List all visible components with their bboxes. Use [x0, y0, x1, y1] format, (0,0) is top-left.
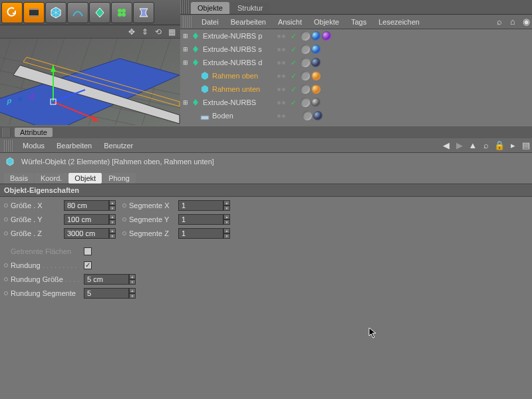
- tree-row[interactable]: ⊞Extrude-NURBS d✓: [180, 56, 532, 69]
- input-rounding-seg[interactable]: [84, 288, 129, 299]
- visibility-dots[interactable]: [273, 61, 289, 65]
- tree-row[interactable]: ⊞Extrude-NURBS s✓: [180, 43, 532, 56]
- grip-icon[interactable]: [3, 128, 11, 137]
- checkbox-rounding[interactable]: [84, 261, 92, 269]
- nav-up-icon[interactable]: ▲: [467, 140, 478, 151]
- input-rounding-size[interactable]: [84, 274, 129, 285]
- material-tag-icon[interactable]: [311, 71, 321, 80]
- tree-row[interactable]: ⊞Extrude-NURBS p✓: [180, 29, 532, 43]
- search-icon[interactable]: ⌕: [481, 140, 491, 151]
- expander-icon[interactable]: ⊞: [183, 99, 190, 106]
- tree-row[interactable]: Rahmen unten✓: [180, 82, 532, 96]
- grip-icon[interactable]: [180, 0, 190, 14]
- check-icon[interactable]: ✓: [291, 85, 297, 94]
- check-icon[interactable]: ✓: [291, 72, 297, 80]
- input-seg-z[interactable]: [178, 228, 223, 239]
- nav-prev-icon[interactable]: ◀: [441, 140, 452, 151]
- material-tag-icon[interactable]: [322, 31, 331, 41]
- object-name[interactable]: Rahmen oben: [212, 72, 258, 80]
- object-name[interactable]: Rahmen unten: [212, 85, 260, 93]
- menu-tags[interactable]: Tags: [346, 17, 372, 27]
- view-rotate-icon[interactable]: ⟲: [154, 27, 163, 37]
- phong-tag-icon[interactable]: [301, 31, 310, 41]
- view-layout-icon[interactable]: ▦: [167, 27, 176, 37]
- input-size-x[interactable]: [64, 200, 109, 211]
- tree-row[interactable]: Boden: [180, 109, 532, 122]
- phong-tag-icon[interactable]: [301, 71, 310, 80]
- visibility-dots[interactable]: [273, 114, 289, 118]
- menu-bearbeiten-attr[interactable]: Bearbeiten: [51, 140, 97, 151]
- menu-objekte[interactable]: Objekte: [309, 17, 344, 27]
- menu-ansicht[interactable]: Ansicht: [273, 17, 307, 27]
- spinner-seg-y[interactable]: ▲▼: [223, 214, 230, 225]
- menu-datei[interactable]: Datei: [196, 17, 224, 27]
- input-seg-x[interactable]: [178, 200, 223, 211]
- spinner-size-y[interactable]: ▲▼: [109, 214, 116, 225]
- check-icon[interactable]: ✓: [291, 45, 297, 54]
- spinner-size-z[interactable]: ▲▼: [109, 228, 116, 239]
- menu-lesezeichen[interactable]: Lesezeichen: [373, 17, 425, 27]
- visibility-dots[interactable]: [273, 74, 289, 78]
- input-size-y[interactable]: [64, 214, 109, 225]
- atab-objekt[interactable]: Objekt: [68, 173, 102, 184]
- visibility-dots[interactable]: [273, 48, 289, 51]
- input-seg-y[interactable]: [178, 214, 223, 225]
- tab-objekte[interactable]: Objekte: [191, 2, 229, 14]
- menu-bearbeiten[interactable]: Bearbeiten: [225, 17, 271, 27]
- grip-icon[interactable]: [4, 140, 13, 152]
- tool-cube-icon[interactable]: [45, 2, 66, 23]
- expander-icon[interactable]: ⊞: [183, 46, 190, 53]
- visibility-dots[interactable]: [273, 88, 289, 91]
- spinner-rounding-size[interactable]: ▲▼: [129, 274, 136, 285]
- atab-phong[interactable]: Phong: [102, 173, 136, 184]
- input-size-z[interactable]: [64, 228, 109, 239]
- phong-tag-icon[interactable]: [301, 45, 310, 54]
- spinner-rounding-seg[interactable]: ▲▼: [129, 288, 136, 299]
- eye-icon[interactable]: ◉: [521, 17, 531, 27]
- config-icon[interactable]: ▤: [521, 140, 531, 151]
- tab-struktur[interactable]: Struktur: [231, 2, 270, 14]
- material-tag-icon[interactable]: [311, 98, 321, 107]
- phong-tag-icon[interactable]: [301, 58, 310, 67]
- check-icon[interactable]: ✓: [291, 98, 297, 107]
- phong-tag-icon[interactable]: [303, 111, 312, 120]
- check-icon[interactable]: ✓: [291, 59, 297, 67]
- tool-undo[interactable]: [1, 2, 23, 23]
- phong-tag-icon[interactable]: [301, 98, 310, 107]
- new-icon[interactable]: ▸: [507, 140, 518, 151]
- tree-row[interactable]: Rahmen oben✓: [180, 69, 532, 82]
- view-move-icon[interactable]: ✥: [127, 27, 136, 37]
- phong-tag-icon[interactable]: [301, 84, 310, 94]
- tool-spline-icon[interactable]: [67, 2, 88, 23]
- spinner-seg-x[interactable]: ▲▼: [223, 200, 230, 211]
- object-name[interactable]: Boden: [212, 112, 233, 120]
- atab-koord[interactable]: Koord.: [35, 173, 68, 184]
- spinner-seg-z[interactable]: ▲▼: [223, 228, 230, 239]
- tool-film-icon[interactable]: [23, 2, 45, 23]
- object-name[interactable]: Extrude-NURBS p: [203, 32, 262, 40]
- object-tree[interactable]: ⊞Extrude-NURBS p✓⊞Extrude-NURBS s✓⊞Extru…: [180, 29, 532, 126]
- material-tag-icon[interactable]: [313, 111, 323, 120]
- check-icon[interactable]: ✓: [291, 32, 297, 41]
- 3d-viewport[interactable]: p s d: [0, 39, 180, 126]
- menu-benutzer[interactable]: Benutzer: [98, 140, 138, 151]
- expander-icon[interactable]: ⊞: [183, 59, 190, 66]
- home-icon[interactable]: ⌂: [507, 17, 518, 27]
- visibility-dots[interactable]: [273, 101, 289, 104]
- atab-basis[interactable]: Basis: [4, 173, 34, 184]
- spinner-size-x[interactable]: ▲▼: [109, 200, 116, 211]
- tool-array-icon[interactable]: [111, 2, 132, 23]
- lock-icon[interactable]: 🔒: [494, 140, 505, 151]
- grip-icon[interactable]: [183, 16, 192, 28]
- menu-modus[interactable]: Modus: [17, 140, 50, 151]
- material-tag-icon[interactable]: [311, 45, 321, 54]
- view-zoom-icon[interactable]: ⇕: [140, 27, 150, 37]
- material-tag-icon[interactable]: [311, 31, 321, 41]
- tool-nurbs-icon[interactable]: [89, 2, 110, 23]
- tree-row[interactable]: ⊞Extrude-NURBS✓: [180, 96, 532, 109]
- expander-icon[interactable]: ⊞: [183, 33, 190, 39]
- object-name[interactable]: Extrude-NURBS: [203, 98, 256, 106]
- material-tag-icon[interactable]: [311, 84, 321, 94]
- search-icon[interactable]: ⌕: [494, 17, 505, 27]
- nav-next-icon[interactable]: ▶: [454, 140, 465, 151]
